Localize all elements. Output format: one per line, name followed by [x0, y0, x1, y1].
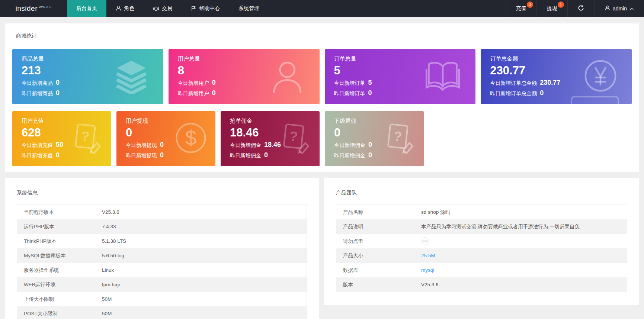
stat-card-user-total: 用户总量 8 今日新增用户0 昨日新增用户0 [169, 49, 320, 104]
table-row: ThinkPHP版本5.1.38 LTS [17, 234, 307, 248]
nav-item-trade[interactable]: 交易 [144, 0, 182, 17]
nav-item-dashboard[interactable]: 后台首页 [67, 0, 106, 17]
stat-card-user-withdraw: 用户提现 0 今日新增提现0 昨日新增提现0 $ [116, 111, 215, 166]
dollar-icon: $ [174, 122, 207, 156]
table-row: 版本V25.3.6 [336, 277, 627, 292]
stat-card-order-total: 订单总量 5 今日新增订单5 昨日新增订单0 [325, 49, 476, 104]
recharge-badge: 3 [527, 1, 533, 8]
product-size-link[interactable]: 25.5M [421, 253, 440, 258]
main-content: 商城统计 商品总量 213 今日新增商品0 昨日新增商品0 用户总量 8 今日新… [0, 17, 644, 319]
product-team-heading: 产品团队 [336, 190, 627, 196]
table-row: 当前程序版本V25.3.6 [17, 205, 307, 219]
yen-icon [583, 59, 618, 94]
svg-text:?: ? [289, 129, 298, 144]
table-row: 上传大小限制50M [17, 292, 307, 306]
product-team-panel: 产品团队 产品名称sd shop 源码 产品说明本产品只为学习测试交流,请勿要做… [324, 178, 639, 305]
stats-heading: 商城统计 [16, 33, 632, 39]
layers-icon [113, 58, 149, 95]
product-team-table: 产品名称sd shop 源码 产品说明本产品只为学习测试交流,请勿要做商业或者用… [336, 204, 627, 292]
user-icon [605, 5, 610, 12]
scales-icon [153, 6, 159, 12]
withdraw-button[interactable]: 提现 1 [536, 0, 567, 17]
nav-item-label: 角色 [124, 5, 134, 12]
doc-question-icon: ? [70, 122, 103, 156]
stats-row-2: 用户充值 628 今日新增充值50 昨日新增充值0 ? 用户提现 0 今日新增提… [12, 111, 632, 166]
table-row: 数据库mysql [336, 263, 627, 277]
nav-item-label: 交易 [162, 5, 172, 12]
chevron-up-icon [629, 6, 634, 12]
nav-item-roles[interactable]: 角色 [106, 0, 144, 17]
user-icon [116, 6, 121, 11]
user-menu[interactable]: admin [594, 0, 644, 17]
stat-card-user-recharge: 用户充值 628 今日新增充值50 昨日新增充值0 ? [12, 111, 111, 166]
stat-card-sub-rebate: 下级返佣 0 今日新增佣金0 昨日新增佣金0 ? [325, 111, 424, 166]
table-row: MySQL数据库版本5.6.50-log [17, 248, 307, 263]
book-icon [424, 57, 461, 96]
refresh-icon [578, 5, 584, 12]
database-link[interactable]: mysql [421, 267, 439, 273]
svg-text:?: ? [393, 129, 403, 144]
system-info-panel: 系统信息 当前程序版本V25.3.6 运行PHP版本7.4.33 ThinkPH… [5, 178, 319, 319]
svg-text:?: ? [80, 129, 90, 144]
recharge-button[interactable]: 充值 3 [506, 0, 536, 17]
table-row: 运行PHP版本7.4.33 [17, 219, 307, 234]
nav-item-help[interactable]: 帮助中心 [182, 0, 229, 17]
decorative-shape [571, 96, 619, 104]
main-menu: 后台首页 角色 交易 帮助中心 系统管理 [67, 0, 269, 17]
table-row: 产品说明本产品只为学习测试交流,请勿要做商业或者用于违法行为,一切后果自负 [336, 219, 627, 234]
nav-item-label: 帮助中心 [199, 5, 220, 12]
app-version: V25.3.6 [39, 5, 52, 9]
stats-row-1: 商品总量 213 今日新增商品0 昨日新增商品0 用户总量 8 今日新增用户0 … [12, 49, 632, 104]
refresh-button[interactable] [567, 0, 594, 17]
table-row: 产品大小25.5M [336, 248, 627, 263]
withdraw-badge: 1 [558, 1, 564, 8]
app-logo: insiderV25.3.6 [0, 0, 67, 17]
stat-card-order-amount: 订单总金额 230.77 今日新增订单总金额230.77 昨日新增订单总金额0 [481, 49, 632, 104]
table-row: 服务器操作系统Linux [17, 263, 307, 277]
table-row: POST大小限制50M [17, 306, 307, 319]
app-name: insider [15, 4, 37, 13]
stats-panel: 商城统计 商品总量 213 今日新增商品0 昨日新增商品0 用户总量 8 今日新… [5, 23, 639, 172]
stat-card-grab-commission: 抢单佣金 18.46 今日新增佣金18.46 昨日新增佣金0 ? [221, 111, 320, 166]
table-row: 请勿点击404 [336, 234, 627, 248]
flag-icon [191, 6, 196, 11]
nav-item-system[interactable]: 系统管理 [229, 0, 269, 17]
recharge-label: 充值 [516, 5, 526, 12]
stat-card-product-total: 商品总量 213 今日新增商品0 昨日新增商品0 [12, 49, 163, 104]
nav-item-label: 系统管理 [238, 5, 259, 12]
system-info-table: 当前程序版本V25.3.6 运行PHP版本7.4.33 ThinkPHP版本5.… [17, 204, 307, 319]
doc-question-icon: ? [279, 122, 311, 156]
svg-text:$: $ [185, 126, 197, 149]
broken-image-404-badge[interactable]: 404 [421, 237, 429, 245]
system-info-heading: 系统信息 [17, 190, 307, 196]
top-navbar: insiderV25.3.6 后台首页 角色 交易 帮助中心 系统管理 [0, 0, 644, 17]
bottom-section: 系统信息 当前程序版本V25.3.6 运行PHP版本7.4.33 ThinkPH… [5, 178, 639, 319]
username: admin [613, 6, 627, 12]
user-icon [267, 57, 305, 97]
table-row: WEB运行环境fpm-fcgi [17, 277, 307, 292]
doc-question-icon: ? [383, 122, 416, 156]
table-row: 产品名称sd shop 源码 [336, 205, 627, 219]
withdraw-label: 提现 [547, 5, 557, 12]
navbar-right: 充值 3 提现 1 admin [506, 0, 644, 17]
nav-item-label: 后台首页 [76, 5, 97, 12]
